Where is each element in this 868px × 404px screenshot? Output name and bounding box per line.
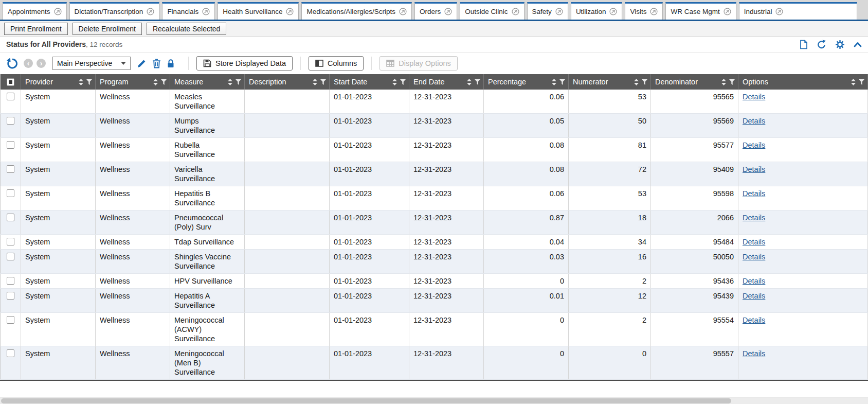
sort-icon[interactable] — [313, 79, 317, 85]
module-tab-financials[interactable]: Financials — [162, 2, 215, 20]
open-new-window-icon[interactable] — [399, 8, 407, 15]
new-document-icon[interactable] — [800, 40, 808, 49]
sort-icon[interactable] — [552, 79, 556, 85]
row-checkbox[interactable] — [7, 189, 14, 197]
horizontal-scrollbar[interactable] — [0, 397, 868, 404]
lock-icon[interactable] — [167, 59, 175, 68]
details-link[interactable]: Details — [743, 316, 765, 324]
row-checkbox[interactable] — [7, 93, 14, 100]
open-new-window-icon[interactable] — [609, 8, 617, 15]
filter-icon[interactable] — [559, 79, 565, 85]
forward-icon[interactable]: › — [37, 59, 46, 68]
print-enrollment-button[interactable]: Print Enrollment — [4, 23, 68, 35]
module-tab-dictation-transcription[interactable]: Dictation/Transcription — [69, 2, 160, 20]
filter-icon[interactable] — [161, 79, 167, 85]
edit-icon[interactable] — [137, 59, 147, 68]
action-bar: Print EnrollmentDelete EnrollmentRecalcu… — [0, 21, 868, 37]
sort-icon[interactable] — [228, 79, 232, 85]
sort-icon[interactable] — [851, 79, 856, 85]
sort-icon[interactable] — [634, 79, 639, 85]
open-new-window-icon[interactable] — [512, 8, 519, 15]
sort-icon[interactable] — [467, 79, 472, 85]
row-checkbox[interactable] — [7, 165, 14, 173]
columns-button[interactable]: Columns — [309, 56, 364, 71]
filter-icon[interactable] — [86, 79, 92, 85]
open-new-window-icon[interactable] — [444, 8, 452, 15]
delete-icon[interactable] — [152, 59, 161, 68]
filter-icon[interactable] — [320, 79, 326, 85]
module-tab-safety[interactable]: Safety — [527, 2, 568, 20]
undo-icon[interactable] — [6, 58, 19, 69]
column-header-provider[interactable]: Provider — [21, 74, 96, 90]
settings-icon[interactable] — [835, 40, 845, 49]
module-tab-appointments[interactable]: Appointments — [3, 2, 67, 20]
sort-icon[interactable] — [79, 79, 83, 85]
scrollbar-thumb[interactable] — [1, 398, 731, 403]
cell-percentage: 0.08 — [484, 138, 569, 162]
row-checkbox[interactable] — [7, 117, 14, 125]
row-checkbox[interactable] — [7, 253, 14, 260]
row-checkbox[interactable] — [7, 238, 14, 245]
row-checkbox[interactable] — [7, 214, 14, 221]
row-checkbox[interactable] — [7, 292, 14, 300]
sort-icon[interactable] — [721, 79, 726, 85]
recalculate-selected-button[interactable]: Recalculate Selected — [147, 23, 227, 35]
column-header-measure[interactable]: Measure — [170, 74, 245, 90]
open-new-window-icon[interactable] — [286, 8, 294, 15]
open-new-window-icon[interactable] — [724, 8, 731, 15]
module-tab-medications-allergies-scripts[interactable]: Medications/Allergies/Scripts — [301, 2, 412, 20]
module-tab-outside-clinic[interactable]: Outside Clinic — [460, 2, 524, 20]
refresh-icon[interactable] — [817, 40, 826, 49]
open-new-window-icon[interactable] — [202, 8, 210, 15]
sort-icon[interactable] — [392, 79, 397, 85]
collapse-icon[interactable] — [854, 42, 862, 47]
module-tab-health-surveillance[interactable]: Health Surveillance — [218, 2, 299, 20]
details-link[interactable]: Details — [743, 117, 765, 125]
filter-icon[interactable] — [729, 79, 735, 85]
delete-enrollment-button[interactable]: Delete Enrollment — [73, 23, 142, 35]
sort-icon[interactable] — [153, 79, 158, 85]
cell-end_date: 12-31-2023 — [409, 346, 484, 380]
details-link[interactable]: Details — [743, 93, 765, 101]
row-checkbox[interactable] — [7, 316, 14, 324]
select-all-checkbox[interactable] — [7, 78, 14, 86]
open-new-window-icon[interactable] — [555, 8, 563, 15]
module-tab-industrial[interactable]: Industrial — [739, 2, 857, 20]
store-displayed-data-button[interactable]: Store Displayed Data — [196, 56, 293, 71]
column-header-numerator[interactable]: Numerator — [569, 74, 651, 90]
column-header-program[interactable]: Program — [96, 74, 170, 90]
open-new-window-icon[interactable] — [775, 8, 783, 15]
open-new-window-icon[interactable] — [650, 8, 658, 15]
details-link[interactable]: Details — [743, 141, 765, 149]
module-tab-utilization[interactable]: Utilization — [571, 2, 623, 20]
column-header-start_date[interactable]: Start Date — [330, 74, 409, 90]
row-checkbox[interactable] — [7, 277, 14, 285]
filter-icon[interactable] — [236, 79, 241, 85]
open-new-window-icon[interactable] — [147, 8, 154, 15]
column-header-end_date[interactable]: End Date — [409, 74, 484, 90]
filter-icon[interactable] — [859, 79, 864, 85]
column-header-options[interactable]: Options — [738, 74, 868, 90]
details-link[interactable]: Details — [743, 292, 765, 300]
filter-icon[interactable] — [400, 79, 406, 85]
back-icon[interactable]: ‹ — [24, 59, 33, 68]
perspective-select[interactable]: Main Perspective — [52, 57, 131, 70]
column-header-percentage[interactable]: Percentage — [484, 74, 569, 90]
details-link[interactable]: Details — [743, 214, 765, 222]
details-link[interactable]: Details — [743, 253, 765, 261]
details-link[interactable]: Details — [743, 349, 765, 358]
open-new-window-icon[interactable] — [54, 8, 62, 15]
details-link[interactable]: Details — [743, 165, 765, 173]
module-tab-orders[interactable]: Orders — [414, 2, 457, 20]
column-header-denominator[interactable]: Denominator — [651, 74, 738, 90]
details-link[interactable]: Details — [743, 189, 765, 198]
module-tab-visits[interactable]: Visits — [625, 2, 663, 20]
row-checkbox[interactable] — [7, 349, 14, 357]
details-link[interactable]: Details — [743, 277, 765, 285]
filter-icon[interactable] — [475, 79, 480, 85]
filter-icon[interactable] — [642, 79, 647, 85]
row-checkbox[interactable] — [7, 141, 14, 149]
column-header-description[interactable]: Description — [245, 74, 330, 90]
module-tab-wr-case-mgmt[interactable]: WR Case Mgmt — [665, 2, 736, 20]
details-link[interactable]: Details — [743, 238, 765, 246]
